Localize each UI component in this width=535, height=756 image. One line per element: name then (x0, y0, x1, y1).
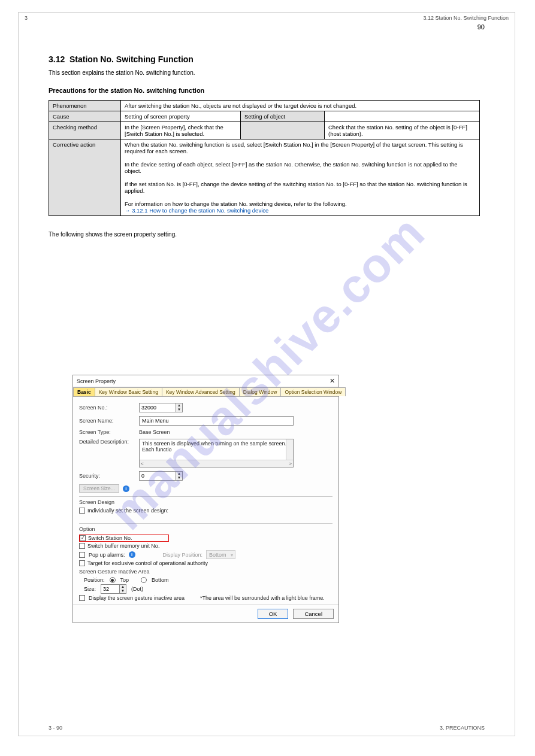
cell-cause-2 (325, 111, 480, 122)
info-icon[interactable]: i (129, 551, 135, 558)
security-label: Security: (79, 473, 139, 479)
screen-type-label: Screen Type: (79, 429, 139, 435)
cell-cause-2h: Setting of object (241, 111, 325, 122)
size-input[interactable] (101, 586, 119, 592)
size-unit: (Dot) (131, 586, 143, 592)
tab-dialog-window[interactable]: Dialog Window (239, 387, 282, 396)
dialog-button-row: OK Cancel (73, 605, 338, 623)
footer-right: 3. PRECAUTIONS (440, 725, 485, 731)
corr-line-2: In the device setting of each object, se… (125, 161, 476, 174)
corr-line-4: For information on how to change the sta… (125, 201, 476, 207)
screen-name-label: Screen Name: (79, 418, 139, 424)
dialog-body: Screen No.: ▲▼ Screen Name: Screen Type:… (73, 397, 338, 605)
detail-textarea[interactable]: This screen is displayed when turning on… (139, 439, 294, 467)
screen-size-button: Screen Size... (79, 484, 119, 493)
cell-corrective-body: When the station No. switching function … (121, 139, 480, 216)
position-bottom-label: Bottom (152, 577, 169, 583)
cell-phenomenon-label: Phenomenon (49, 101, 121, 111)
corr-link: → 3.12.1 How to change the station No. s… (125, 207, 476, 214)
switch-buffer-checkbox[interactable] (79, 543, 85, 549)
display-position-label: Display Position: (163, 552, 203, 558)
dialog-titlebar[interactable]: Screen Property ✕ (73, 375, 338, 387)
section-intro: This section explains the station No. sw… (19, 68, 515, 78)
security-input[interactable] (140, 473, 176, 479)
individual-design-label: Individually set the screen design: (87, 508, 168, 514)
cell-phenomenon-value: After switching the station No., objects… (121, 101, 480, 111)
scrollbar-horizontal[interactable]: <> (140, 460, 293, 467)
switch-station-highlight: Switch Station No. (79, 535, 169, 542)
screen-name-input[interactable] (139, 416, 294, 426)
cell-corrective-label: Corrective action (49, 139, 121, 216)
corr-line-3: If the set station No. is [0-FF], change… (125, 181, 476, 194)
cancel-button[interactable]: Cancel (293, 609, 334, 619)
tab-option-selection[interactable]: Option Selection Window (280, 387, 346, 396)
cell-check-1: In the [Screen Property], check that the… (121, 122, 241, 139)
security-spinner[interactable]: ▲▼ (139, 471, 183, 481)
screen-property-dialog: Screen Property ✕ Basic Key Window Basic… (72, 375, 339, 623)
spin-up-icon[interactable]: ▲ (176, 403, 182, 408)
popup-alarms-label: Pop up alarms: (89, 552, 125, 558)
tab-key-basic[interactable]: Key Window Basic Setting (95, 387, 162, 396)
spin-down-icon[interactable]: ▼ (176, 408, 182, 412)
header-right: 3.12 Station No. Switching Function (423, 15, 509, 21)
target-exclusive-checkbox[interactable] (79, 560, 85, 566)
detail-label: Detailed Description: (79, 439, 139, 445)
tab-key-advanced[interactable]: Key Window Advanced Setting (162, 387, 240, 396)
corr-line-1: When the station No. switching function … (125, 141, 476, 154)
tab-row: Basic Key Window Basic Setting Key Windo… (73, 387, 338, 397)
switch-station-label: Switch Station No. (88, 535, 132, 541)
section-title: 3.12 Station No. Switching Function (19, 31, 515, 68)
spin-down-icon[interactable]: ▼ (176, 476, 182, 480)
spin-up-icon[interactable]: ▲ (120, 585, 126, 589)
display-position-select: Bottom (206, 550, 235, 559)
screen-no-spinner[interactable]: ▲▼ (139, 403, 183, 412)
footer-left: 3 - 90 (49, 725, 62, 731)
switch-station-checkbox[interactable] (80, 535, 86, 541)
size-spinner[interactable]: ▲▼ (101, 584, 126, 594)
page-footer: 3 - 90 3. PRECAUTIONS (19, 725, 515, 731)
precaution-table: Phenomenon After switching the station N… (49, 100, 480, 216)
scrollbar-vertical[interactable] (286, 439, 293, 460)
option-group: Option (79, 526, 333, 532)
section-name: Station No. Switching Function (69, 54, 194, 64)
screen-no-input[interactable] (140, 405, 176, 411)
gesture-note: *The area will be surrounded with a ligh… (200, 595, 325, 601)
tab-basic[interactable]: Basic (73, 387, 95, 396)
sub-heading: Precautions for the station No. switchin… (19, 78, 515, 96)
target-exclusive-label: Target for exclusive control of operatio… (87, 560, 208, 566)
cell-check-2: Check that the station No. setting of th… (325, 122, 480, 139)
switch-buffer-label: Switch buffer memory unit No. (87, 543, 159, 549)
page-number: 90 (19, 23, 515, 31)
individual-design-checkbox[interactable] (79, 508, 85, 514)
display-gesture-checkbox[interactable] (79, 595, 85, 601)
info-icon[interactable]: i (123, 485, 129, 492)
cell-check-2h (241, 122, 325, 139)
screen-type-value: Base Screen (139, 429, 170, 435)
ok-button[interactable]: OK (258, 609, 289, 619)
position-top-label: Top (120, 577, 129, 583)
display-gesture-label: Display the screen gesture inactive area (89, 595, 185, 601)
screen-no-label: Screen No.: (79, 405, 139, 411)
size-label: Size: (84, 586, 96, 592)
close-icon[interactable]: ✕ (330, 377, 335, 385)
position-top-radio[interactable] (110, 577, 116, 583)
screen-design-group: Screen Design (79, 499, 333, 505)
gesture-group: Screen Gesture Inactive Area (79, 569, 333, 575)
dialog-title: Screen Property (77, 378, 116, 384)
cell-cause-1: Setting of screen property (121, 111, 241, 122)
header-left: 3 (25, 15, 28, 21)
popup-alarms-checkbox[interactable] (79, 552, 85, 558)
position-bottom-radio[interactable] (141, 577, 147, 583)
cell-check-label: Checking method (49, 122, 121, 139)
after-table-text: The following shows the screen property … (19, 220, 515, 240)
spin-down-icon[interactable]: ▼ (120, 589, 126, 593)
detail-text: This screen is displayed when turning on… (142, 441, 286, 453)
spin-up-icon[interactable]: ▲ (176, 472, 182, 476)
cell-cause-label: Cause (49, 111, 121, 122)
page-container: 3 3.12 Station No. Switching Function 90… (18, 12, 515, 736)
page-header: 3 3.12 Station No. Switching Function (19, 13, 515, 23)
section-number: 3.12 (49, 54, 65, 64)
position-label: Position: (84, 577, 105, 583)
